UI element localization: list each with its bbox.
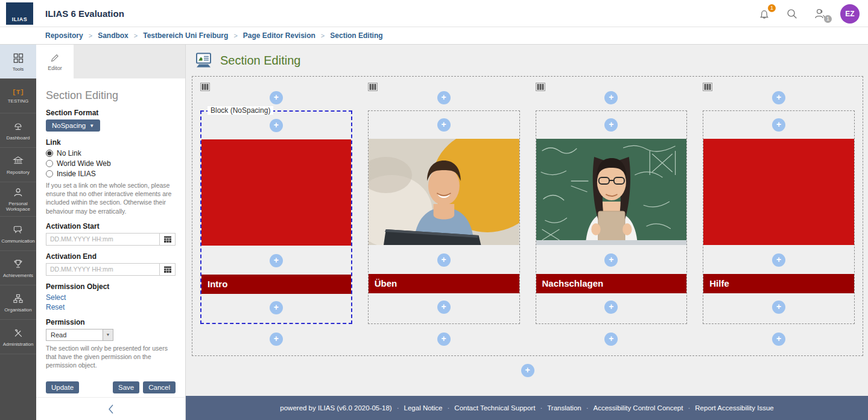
update-button[interactable]: Update	[46, 381, 79, 393]
sidebar-item-organisation[interactable]: Organisation	[0, 285, 36, 320]
section-block[interactable]: +	[368, 110, 520, 324]
radio-no-link-input[interactable]	[46, 150, 53, 157]
save-button[interactable]: Save	[113, 381, 139, 393]
breadcrumb-section-editing[interactable]: Section Editing	[330, 31, 382, 40]
section-heading-bar[interactable]: Nachschlagen	[536, 274, 687, 293]
radio-inside-ilias-input[interactable]	[46, 170, 53, 177]
footer-link-accessibility-control[interactable]: Accessibility Control Concept	[594, 404, 683, 412]
activation-start-input[interactable]	[46, 233, 159, 246]
sidebar-item-achievements[interactable]: Achievements	[0, 251, 36, 285]
sidebar-item-repository[interactable]: Repository	[0, 148, 36, 182]
breadcrumb-separator: >	[321, 32, 325, 39]
page-header: Section Editing	[186, 45, 868, 76]
permission-select[interactable]: Read ▼	[46, 329, 113, 341]
add-content-button[interactable]: +	[772, 118, 785, 132]
add-content-button[interactable]: +	[604, 118, 618, 132]
app-title: ILIAS 6 Evaluation	[45, 8, 124, 19]
sidebar-item-tools[interactable]: Tools	[0, 45, 36, 79]
breadcrumb-testbereich[interactable]: Testbereich Uni Freiburg	[143, 31, 228, 40]
photo-man-laptop[interactable]	[369, 139, 519, 245]
page-title: Section Editing	[220, 54, 300, 68]
sidebar-item-communication[interactable]: Communication	[0, 217, 36, 251]
link-byline: If you set a link on the whole section, …	[46, 181, 176, 215]
add-content-button[interactable]: +	[437, 118, 451, 132]
permission-object-select-link[interactable]: Select	[46, 293, 176, 302]
main-sidebar: Tools [T] TESTING Dashboard Repository P…	[0, 45, 36, 420]
red-content-block[interactable]	[201, 139, 351, 246]
breadcrumb-repository[interactable]: Repository	[45, 31, 83, 40]
add-content-button[interactable]: +	[437, 253, 451, 267]
contacts-button[interactable]: 1	[813, 7, 827, 21]
search-button[interactable]	[785, 7, 799, 21]
section-block[interactable]: +	[536, 110, 688, 324]
permission-object-reset-link[interactable]: Reset	[46, 303, 176, 311]
footer-link-translation[interactable]: Translation	[547, 404, 581, 412]
add-content-button[interactable]: +	[270, 254, 283, 267]
tab-editor-label: Editor	[48, 65, 62, 71]
radio-no-link-label: No Link	[57, 149, 81, 158]
red-content-block[interactable]	[703, 139, 854, 245]
add-content-button[interactable]: +	[772, 253, 785, 267]
column-drag-handle[interactable]	[200, 83, 210, 91]
breadcrumb-sandbox[interactable]: Sandbox	[98, 31, 128, 40]
add-content-button[interactable]: +	[604, 253, 618, 267]
search-icon	[785, 7, 799, 21]
section-drop-area: + Block (NoSpacing) + + Intro + +	[192, 76, 863, 356]
column-drag-handle[interactable]	[536, 83, 545, 91]
sidebar-item-label: Dashboard	[6, 135, 30, 141]
permission-select-value: Read	[46, 331, 103, 339]
footer-link-contact-support[interactable]: Contact Technical Support	[454, 404, 535, 412]
add-content-button[interactable]: +	[437, 301, 451, 314]
user-avatar[interactable]: EZ	[840, 4, 860, 24]
add-content-button[interactable]: +	[604, 91, 618, 104]
add-content-button[interactable]: +	[521, 364, 534, 377]
section-block[interactable]: + + Hilfe +	[703, 110, 855, 324]
section-format-label: Section Format	[46, 109, 176, 117]
tab-editor[interactable]: Editor	[36, 45, 74, 78]
radio-world-wide-web[interactable]: World Wide Web	[46, 159, 176, 168]
cancel-button[interactable]: Cancel	[143, 381, 176, 393]
sidebar-item-testing[interactable]: [T] TESTING	[0, 79, 36, 113]
footer-link-legal-notice[interactable]: Legal Notice	[404, 404, 443, 412]
add-content-button[interactable]: +	[604, 301, 618, 314]
add-content-button[interactable]: +	[437, 332, 451, 346]
add-content-button[interactable]: +	[270, 332, 283, 346]
section-block-selected[interactable]: Block (NoSpacing) + + Intro +	[200, 110, 352, 324]
section-heading-bar[interactable]: Hilfe	[703, 274, 854, 293]
add-content-button[interactable]: +	[437, 91, 451, 104]
add-content-button[interactable]: +	[270, 119, 283, 132]
collapse-panel-button[interactable]	[36, 397, 185, 420]
sidebar-item-label: Communication	[1, 238, 35, 244]
radio-inside-ilias-label: Inside ILIAS	[57, 170, 96, 178]
activation-end-calendar-button[interactable]	[159, 263, 176, 276]
radio-inside-ilias[interactable]: Inside ILIAS	[46, 170, 176, 178]
notifications-button[interactable]: 1	[757, 7, 771, 21]
column-drag-handle[interactable]	[368, 83, 378, 91]
permission-label: Permission	[46, 318, 176, 326]
sidebar-item-personal-workspace[interactable]: Personal Workspace	[0, 182, 36, 217]
footer-separator: ·	[688, 404, 690, 412]
activation-end-input[interactable]	[46, 263, 159, 276]
add-content-button[interactable]: +	[772, 301, 785, 314]
section-heading-bar[interactable]: Üben	[369, 274, 519, 293]
sidebar-item-dashboard[interactable]: Dashboard	[0, 113, 36, 148]
add-content-button[interactable]: +	[604, 332, 618, 346]
activation-start-calendar-button[interactable]	[159, 233, 176, 246]
section-heading-bar[interactable]: Intro	[201, 275, 351, 294]
footer-link-report-accessibility[interactable]: Report Accessibility Issue	[695, 404, 773, 412]
photo-woman-chalkboard[interactable]	[536, 139, 687, 245]
radio-no-link[interactable]: No Link	[46, 149, 176, 158]
breadcrumb-page-editor-revision[interactable]: Page Editor Revision	[243, 31, 315, 40]
powered-by-text: powered by ILIAS (v6.0 2020-05-18)	[280, 404, 391, 412]
column-drag-handle[interactable]	[703, 83, 712, 91]
add-content-button[interactable]: +	[270, 301, 283, 314]
top-bar: ILIAS ILIAS 6 Evaluation 1 1 EZ	[0, 0, 868, 27]
add-content-button[interactable]: +	[270, 91, 283, 104]
add-content-button[interactable]: +	[772, 91, 785, 104]
breadcrumb-separator: >	[89, 32, 92, 39]
ilias-logo[interactable]: ILIAS	[6, 2, 33, 25]
section-format-dropdown[interactable]: NoSpacing ▼	[46, 119, 100, 132]
radio-world-wide-web-input[interactable]	[46, 160, 53, 167]
add-content-button[interactable]: +	[772, 332, 785, 346]
sidebar-item-administration[interactable]: Administration	[0, 320, 36, 354]
